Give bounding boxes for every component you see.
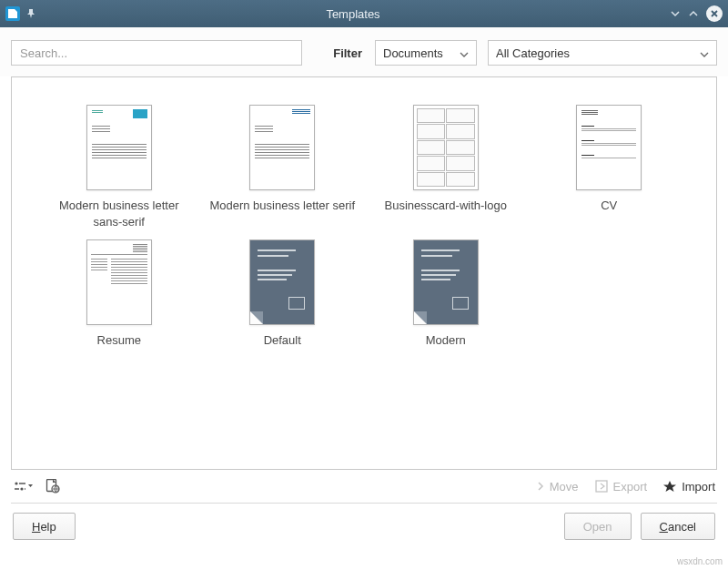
template-label: Modern xyxy=(426,332,466,365)
toolbar: Filter Documents All Categories xyxy=(0,27,728,76)
template-item[interactable]: Modern xyxy=(366,239,526,365)
template-item[interactable]: CV xyxy=(530,105,690,230)
template-label: Modern business letter serif xyxy=(209,198,355,230)
template-label: Resume xyxy=(97,332,141,365)
template-thumbnail xyxy=(249,105,315,190)
move-label: Move xyxy=(550,480,579,494)
open-button: Open xyxy=(564,513,632,540)
template-thumbnail xyxy=(86,105,152,190)
close-button[interactable] xyxy=(706,5,723,22)
template-thumbnail xyxy=(249,239,315,325)
chevron-down-icon xyxy=(460,46,469,60)
cancel-button[interactable]: Cancel xyxy=(641,513,715,540)
filter-label: Filter xyxy=(333,46,362,60)
actionbar: Move Export Import xyxy=(0,470,728,497)
template-label: Modern business letter sans-serif xyxy=(46,198,192,230)
settings-menu-button[interactable] xyxy=(13,480,33,493)
browse-online-button[interactable] xyxy=(46,479,60,494)
template-thumbnail xyxy=(413,105,479,190)
filter-type-dropdown[interactable]: Documents xyxy=(375,40,477,66)
help-button[interactable]: Help xyxy=(13,513,76,540)
template-label: CV xyxy=(601,198,617,230)
svg-point-2 xyxy=(20,487,23,490)
filter-category-value: All Categories xyxy=(496,46,570,60)
minimize-icon[interactable] xyxy=(670,8,681,19)
filter-type-value: Documents xyxy=(383,46,443,60)
move-action: Move xyxy=(537,480,579,494)
app-icon xyxy=(5,6,20,21)
filter-category-dropdown[interactable]: All Categories xyxy=(488,40,717,66)
window-title: Templates xyxy=(36,7,670,21)
maximize-icon[interactable] xyxy=(688,8,699,19)
template-item[interactable]: Modern business letter sans-serif xyxy=(39,105,199,230)
help-label-rest: elp xyxy=(40,520,56,534)
dialog-buttons: Help Open Cancel xyxy=(0,504,728,553)
export-label: Export xyxy=(613,480,648,494)
template-item[interactable]: Modern business letter serif xyxy=(203,105,363,230)
template-item[interactable]: Resume xyxy=(39,239,199,365)
template-list: Modern business letter sans-serifModern … xyxy=(11,76,717,470)
export-action: Export xyxy=(595,480,648,494)
template-item[interactable]: Default xyxy=(203,239,363,365)
svg-rect-7 xyxy=(596,481,607,492)
template-item[interactable]: Businesscard-with-logo xyxy=(366,105,526,230)
chevron-down-icon xyxy=(700,46,709,60)
pin-icon[interactable] xyxy=(25,8,36,19)
template-thumbnail xyxy=(86,239,152,325)
template-label: Businesscard-with-logo xyxy=(385,198,507,230)
template-label: Default xyxy=(264,332,301,365)
svg-point-0 xyxy=(15,482,17,484)
template-thumbnail xyxy=(413,239,479,325)
titlebar: Templates xyxy=(0,0,728,27)
search-input[interactable] xyxy=(11,40,302,66)
import-label: Import xyxy=(682,480,715,494)
template-thumbnail xyxy=(576,105,642,190)
import-action[interactable]: Import xyxy=(663,480,715,494)
